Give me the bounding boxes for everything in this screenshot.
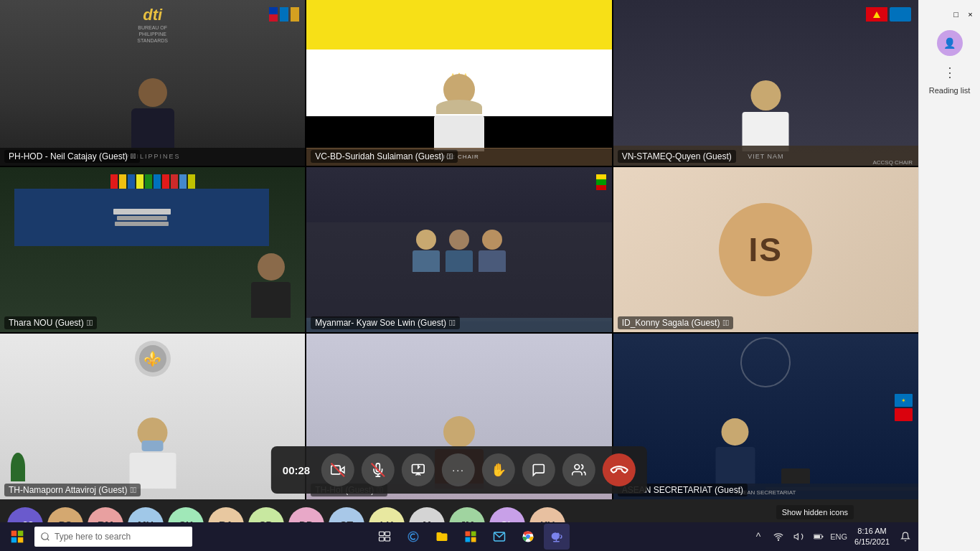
video-cell-th: ⚜️ TH-Namaporn Attaviroj (Guest)	[0, 334, 305, 499]
taskbar: Type here to search	[0, 522, 918, 551]
show-hidden-icon[interactable]: ^	[748, 527, 768, 547]
video-cell-ph: dti BUREAU OFPHILIPPINESTANDARDS	[0, 0, 305, 166]
end-call-button[interactable]	[603, 453, 636, 486]
video-toggle-button[interactable]	[321, 453, 354, 486]
svg-rect-28	[822, 536, 824, 537]
video-cell-bd: 🔱 VICE CHAIR VC-BD-Suridah Sulaiman (Gue…	[306, 0, 611, 166]
taskbar-right: ^ ENG 8:16 AM 6/15/2021	[748, 526, 915, 548]
speaker-icon[interactable]	[788, 527, 809, 547]
sys-tray: ^ ENG	[748, 527, 849, 547]
edge-taskbar-button[interactable]	[400, 524, 426, 550]
cell-label-ph: PH-HOD - Neil Catajay (Guest) 🎙̸	[4, 150, 140, 163]
controls-bar: 00:28 ··· ✋	[271, 446, 647, 494]
svg-line-13	[47, 539, 50, 541]
chat-button[interactable]	[522, 453, 555, 486]
edge-profile-avatar[interactable]: 👤	[937, 30, 963, 56]
svg-point-25	[778, 540, 778, 540]
cell-label-lao: Thara NOU (Guest) 🎙̸	[4, 316, 97, 329]
file-explorer-button[interactable]	[429, 524, 455, 550]
cell-label-th: TH-Namaporn Attaviroj (Guest) 🎙̸	[4, 484, 141, 496]
mute-button[interactable]	[362, 453, 395, 486]
edge-more-button[interactable]: ⋮	[943, 65, 956, 80]
svg-point-12	[42, 533, 48, 540]
video-grid: dti BUREAU OFPHILIPPINESTANDARDS	[0, 0, 918, 499]
participants-button[interactable]	[562, 453, 595, 486]
svg-rect-21	[471, 537, 476, 542]
battery-icon[interactable]	[809, 527, 829, 547]
reading-list-label: Reading list	[926, 83, 973, 98]
mic-muted-icon: 🎙̸	[722, 318, 729, 328]
mic-muted-icon: 🎙̸	[447, 151, 453, 161]
search-bar[interactable]: Type here to search	[34, 527, 192, 547]
cell-label-mm: Myanmar- Kyaw Soe Lwin (Guest) 🎙̸	[311, 316, 460, 329]
mic-muted-icon: 🎙̸	[130, 485, 136, 495]
edge-close-button[interactable]: ×	[965, 9, 976, 20]
share-button[interactable]	[402, 453, 435, 486]
task-view-button[interactable]	[372, 524, 397, 550]
cell-label-is: ID_Konny Sagala (Guest) 🎙̸	[618, 316, 734, 329]
edge-top-bar: □ ×	[919, 4, 981, 24]
language-icon[interactable]: ENG	[829, 527, 849, 547]
more-button[interactable]: ···	[442, 453, 475, 486]
svg-rect-18	[465, 532, 470, 537]
svg-rect-15	[385, 532, 390, 535]
screen: dti BUREAU OFPHILIPPINESTANDARDS	[0, 0, 980, 551]
chrome-button[interactable]	[515, 524, 541, 550]
cell-label-vn: VN-STAMEQ-Quyen (Guest)	[618, 150, 736, 163]
is-avatar-circle: IS	[719, 203, 812, 296]
svg-point-7	[575, 465, 580, 470]
raise-hand-button[interactable]: ✋	[482, 453, 515, 486]
svg-rect-9	[18, 531, 24, 537]
svg-rect-8	[11, 531, 17, 537]
mic-muted-icon: 🎙̸	[449, 318, 456, 328]
video-area: dti BUREAU OFPHILIPPINESTANDARDS	[0, 0, 918, 551]
taskbar-left: Type here to search	[3, 522, 192, 551]
edge-sidebar: □ × 👤 ⋮ Reading list	[918, 0, 980, 551]
svg-rect-17	[385, 537, 390, 541]
video-cell-is: IS ID_Konny Sagala (Guest) 🎙̸	[613, 167, 918, 333]
call-timer: 00:28	[283, 464, 310, 476]
edge-restore-button[interactable]: □	[951, 9, 962, 20]
mail-button[interactable]	[486, 524, 512, 550]
video-cell-lao: Thara NOU (Guest) 🎙̸	[0, 167, 305, 333]
notification-center-button[interactable]	[895, 527, 915, 547]
video-cell-mm: Myanmar- Kyaw Soe Lwin (Guest) 🎙̸	[306, 167, 611, 333]
svg-rect-11	[18, 537, 24, 543]
svg-rect-20	[465, 537, 470, 542]
video-cell-vn: VIET NAM ACCSQ CHAIR VN-STAMEQ-Quyen (Gu…	[613, 0, 918, 166]
svg-rect-29	[814, 535, 820, 538]
teams-button[interactable]	[544, 524, 570, 550]
mic-muted-icon: 🎙̸	[87, 318, 93, 328]
clock: 8:16 AM 6/15/2021	[852, 526, 892, 548]
show-hidden-icons-tooltip: Show hidden icons	[776, 505, 854, 519]
svg-rect-10	[11, 537, 17, 543]
start-button[interactable]	[3, 522, 32, 551]
svg-marker-26	[794, 534, 798, 540]
cell-label-bd: VC-BD-Suridah Sulaiman (Guest) 🎙̸	[311, 150, 457, 163]
svg-rect-14	[379, 532, 384, 535]
svg-rect-19	[471, 532, 476, 537]
mic-muted-icon: 🎙̸	[131, 152, 136, 160]
svg-rect-16	[379, 537, 384, 541]
network-icon[interactable]	[768, 527, 788, 547]
search-icon	[40, 532, 50, 542]
video-cell-asean: ✶ ASEAN SECRETARIAT	[613, 334, 918, 499]
store-button[interactable]	[458, 524, 484, 550]
taskbar-center	[372, 524, 570, 550]
